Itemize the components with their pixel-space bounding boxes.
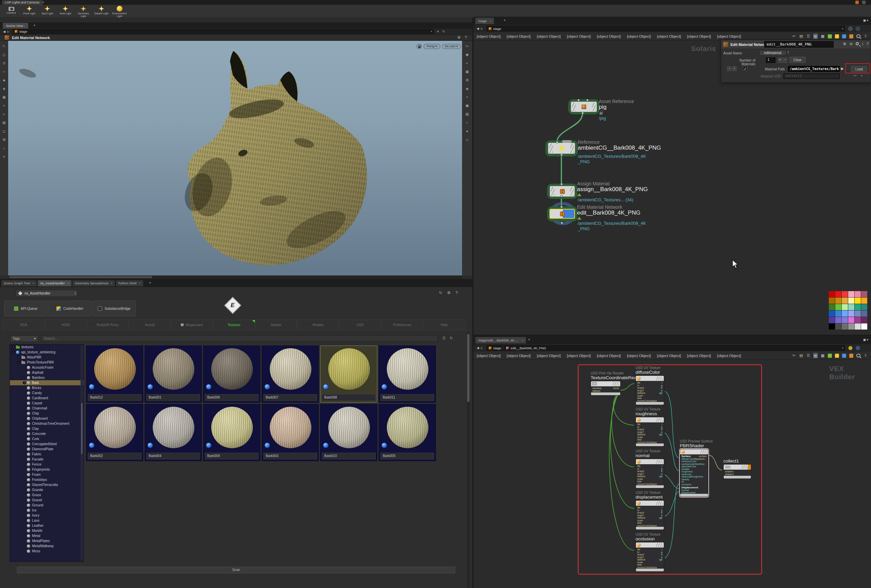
path-sync-icon[interactable]: ↻ [442, 30, 445, 33]
tree-item[interactable]: Bamboo [10, 375, 83, 380]
tree-item[interactable]: CorrugatedSteel [10, 442, 83, 446]
usd-uv-texture-node[interactable]: USD UV Texture normal file st wrapS wrap… [636, 449, 664, 488]
palette-swatch[interactable] [855, 304, 861, 310]
texture-tile[interactable]: Bark005 [379, 404, 436, 461]
tree-item[interactable]: Candy [10, 390, 83, 395]
refresh-icon[interactable]: ↻ [439, 290, 442, 295]
tree-item[interactable]: MetalWalkway [10, 543, 83, 549]
geometry-light-tool[interactable]: Geometry Light [75, 5, 92, 17]
category-tab[interactable]: Textures [213, 320, 255, 330]
pin-icon[interactable] [848, 27, 853, 31]
palette-swatch[interactable] [842, 298, 848, 304]
menu-item[interactable]: [object Object] [564, 354, 594, 358]
tree-item[interactable]: Ground [10, 503, 83, 508]
tree-item[interactable]: Fingerprints [10, 467, 83, 472]
scan-button[interactable]: Scan [17, 567, 455, 573]
texture-tile[interactable]: Bark004 [145, 404, 202, 461]
tree-item[interactable]: Gravel [10, 497, 83, 503]
normal-display-icon[interactable]: ◇ [466, 138, 468, 142]
quickmark-icon[interactable] [849, 34, 853, 39]
tree-item[interactable]: + AtlasPBR [10, 355, 83, 360]
menu-item[interactable]: [object Object] [714, 354, 744, 358]
pane-layout-icon[interactable]: ▣ ▾ [863, 338, 868, 342]
tree-item[interactable]: Lava [10, 518, 83, 523]
menu-item[interactable]: [object Object] [504, 34, 533, 39]
tree-item[interactable]: Carpet [10, 401, 83, 406]
node-collect1[interactable]: collect1 shader1 shader2 [723, 458, 751, 479]
texture-tile[interactable]: Bark009 [203, 404, 260, 461]
render-flag[interactable] [748, 464, 751, 470]
close-icon[interactable]: × [111, 280, 112, 287]
tree-scrollbar[interactable] [81, 345, 83, 561]
network-box-icon[interactable] [842, 34, 846, 39]
reload-icon[interactable]: ↻ [450, 336, 453, 340]
tree-item[interactable]: Grass [10, 492, 83, 497]
node-list-icon[interactable]: ☰ [807, 34, 810, 39]
vertical-pane-divider[interactable] [472, 18, 474, 588]
menu-item[interactable]: [object Object] [654, 354, 684, 358]
tree-item[interactable]: Foam [10, 472, 83, 477]
tree-item[interactable]: Granite [10, 487, 83, 492]
revert-icon[interactable]: ↩ [854, 74, 856, 78]
tree-item[interactable]: + textures [10, 345, 83, 349]
panel-tab[interactable]: Python Shell × [116, 280, 143, 287]
palette-swatch[interactable] [842, 291, 848, 297]
tree-item[interactable]: DiamondPlate [10, 446, 83, 452]
quickmark-icon[interactable] [849, 354, 853, 358]
node-output-port[interactable] [561, 222, 563, 224]
selection-mask-icon[interactable]: ◻ [3, 53, 6, 57]
menu-item[interactable]: [object Object] [654, 34, 684, 39]
palette-swatch[interactable] [861, 298, 867, 304]
palette-swatch[interactable] [855, 324, 861, 330]
render-flag-icon[interactable]: ● [3, 70, 5, 74]
dot-snap-icon[interactable]: ▩ [821, 353, 825, 358]
shake-nodes-icon[interactable]: ▤ [799, 34, 803, 39]
asset-handler-selector[interactable]: ns_AssetHandler ▴▾ [16, 290, 78, 297]
codehandler-button[interactable]: CodeHandler [48, 301, 91, 316]
menu-item[interactable]: [object Object] [594, 34, 624, 39]
selector-spinner[interactable]: ▴▾ [75, 292, 76, 295]
node-name-label[interactable]: ambientCG__Bark008_4K_PNG [578, 145, 661, 151]
panel-tab[interactable]: Scene Graph Tree × [1, 280, 37, 287]
link-pane-icon[interactable] [856, 27, 860, 31]
tree-expander[interactable]: + [17, 356, 20, 359]
projection-dropdown[interactable]: Persp ▾ [424, 44, 440, 49]
tree-item[interactable]: Facade [10, 457, 83, 462]
shake-nodes-icon[interactable]: ▤ [799, 353, 803, 358]
close-icon[interactable]: × [139, 280, 141, 287]
texture-tile[interactable]: Bark006 [203, 346, 260, 403]
grid-snap-icon[interactable]: ▦ [814, 34, 817, 39]
pane-menu-icon[interactable]: ≡ [3, 155, 5, 159]
tree-expander[interactable]: + [12, 346, 15, 349]
palette-swatch[interactable] [861, 291, 867, 297]
usd-uv-texture-node[interactable]: USD UV Texture occlusion file st wrapS w… [636, 533, 664, 572]
handles-icon[interactable]: + [3, 104, 5, 108]
scene-viewport[interactable] [8, 41, 462, 276]
tags-dropdown[interactable]: Tags ▾ [10, 335, 38, 342]
tree-item[interactable]: − api_texture_ambientcg [10, 349, 83, 355]
menu-item[interactable]: [object Object] [624, 34, 654, 39]
path-dropdown-icon[interactable]: ▾ [842, 27, 843, 30]
menu-item[interactable]: [object Object] [564, 34, 594, 39]
palette-swatch[interactable] [848, 324, 855, 330]
category-tab[interactable]: Preferences [381, 320, 424, 330]
node-flags[interactable] [562, 140, 572, 143]
palette-swatch[interactable] [848, 304, 855, 310]
palette-swatch[interactable] [835, 310, 841, 316]
asset-name-spinner[interactable]: ▴▾ [788, 51, 789, 54]
texture-display-icon[interactable]: ▧ [465, 112, 468, 116]
viewport-scrollbar[interactable] [8, 276, 462, 279]
crosshair-icon[interactable]: + [466, 95, 468, 99]
shading-icon[interactable]: ◐ [466, 61, 468, 65]
node-input-port[interactable] [578, 99, 580, 101]
vop-menu-icon[interactable]: ▾ [861, 74, 862, 78]
distant-light-tool[interactable]: Distant Light [93, 5, 110, 17]
jump-parent-icon[interactable]: ⇧ [864, 353, 868, 358]
node-input-port[interactable] [560, 183, 563, 185]
node-texturecoordinatereader[interactable]: USD Prim Var Reader TextureCoordinateRea… [591, 372, 621, 395]
tree-item[interactable]: Moss [10, 549, 83, 554]
panel-tab[interactable]: ns_AssetHandler × [38, 280, 72, 287]
palette-swatch[interactable] [842, 317, 848, 323]
node-output-port[interactable] [560, 154, 563, 156]
new-tab-button[interactable]: + [528, 337, 530, 342]
